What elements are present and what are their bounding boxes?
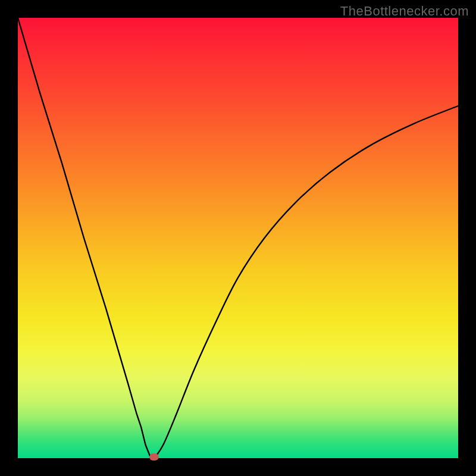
optimum-marker (149, 453, 159, 461)
curve-right-path (154, 106, 458, 458)
watermark-text: TheBottlenecker.com (340, 4, 469, 19)
chart-frame: TheBottlenecker.com (0, 0, 476, 476)
curve-left-path (18, 18, 154, 458)
bottleneck-curve (18, 18, 458, 458)
